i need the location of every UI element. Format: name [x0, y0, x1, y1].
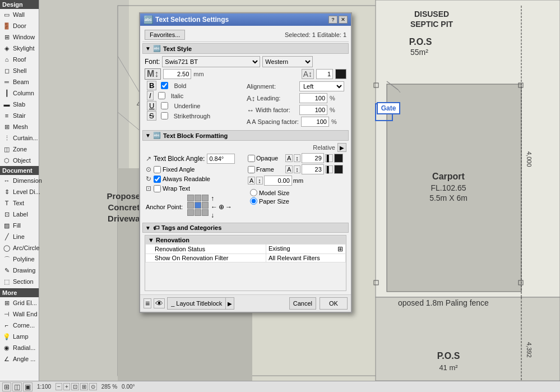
- sidebar-item-radial[interactable]: ◉ Radial...: [0, 342, 39, 353]
- document-section-header[interactable]: Document: [0, 166, 39, 175]
- zoom-select[interactable]: ⊙: [89, 383, 97, 390]
- sidebar-item-fill[interactable]: ▨ Fill: [0, 220, 39, 231]
- underline-btn[interactable]: U: [147, 101, 156, 110]
- opaque-input[interactable]: [302, 153, 324, 163]
- spacing-factor-input[interactable]: [301, 117, 329, 127]
- anchor-tc[interactable]: [195, 195, 201, 201]
- sidebar-item-angle[interactable]: ∠ Angle ...: [0, 353, 39, 365]
- sidebar-item-roof[interactable]: ⌂ Roof: [0, 54, 39, 65]
- footer-icon-2[interactable]: 👁: [154, 298, 165, 308]
- anchor-mr[interactable]: [202, 202, 209, 209]
- sidebar-item-dimension[interactable]: ↔ Dimension: [0, 175, 39, 186]
- text-block-header[interactable]: ▼ 🔤 Text Block Formatting: [142, 130, 349, 141]
- color-picker[interactable]: [335, 69, 346, 79]
- relative-button[interactable]: ▶: [337, 143, 346, 152]
- sidebar-item-curtain[interactable]: ⋮ Curtain...: [0, 132, 39, 144]
- sidebar-item-skylight[interactable]: ◈ Skylight: [0, 43, 39, 54]
- frame-color[interactable]: [334, 165, 343, 174]
- strikethrough-btn[interactable]: S: [147, 111, 156, 121]
- sidebar-item-polyline[interactable]: ⌒ Polyline: [0, 253, 39, 265]
- sidebar-item-mesh[interactable]: ⊞ Mesh: [0, 121, 39, 132]
- opaque-checkbox[interactable]: [248, 155, 255, 162]
- anchor-mc[interactable]: [195, 202, 201, 209]
- always-readable-checkbox[interactable]: [154, 176, 161, 183]
- dialog-help-button[interactable]: ?: [328, 16, 337, 24]
- frame-input[interactable]: [302, 164, 324, 174]
- sidebar-item-gridel[interactable]: ⊞ Grid El...: [0, 297, 39, 308]
- num-input[interactable]: [316, 69, 333, 79]
- always-readable-label[interactable]: Always Readable: [154, 176, 210, 183]
- zoom-extents[interactable]: ⊞: [80, 383, 88, 390]
- wrap-text-checkbox[interactable]: [154, 185, 161, 192]
- wrap-text-label[interactable]: Wrap Text: [154, 185, 190, 192]
- sidebar-item-zone[interactable]: ◫ Zone: [0, 144, 39, 155]
- opaque-color[interactable]: [334, 154, 343, 163]
- paper-size-radio[interactable]: [250, 197, 257, 205]
- anchor-br[interactable]: [202, 209, 209, 216]
- sidebar-item-column[interactable]: ┃ Column: [0, 87, 39, 99]
- anchor-bc[interactable]: [195, 209, 201, 216]
- sidebar-item-object[interactable]: ⬡ Object: [0, 155, 39, 166]
- model-size-radio[interactable]: [250, 189, 257, 196]
- frame-checkbox[interactable]: [248, 166, 255, 173]
- leading-input[interactable]: [299, 93, 327, 103]
- width-factor-input[interactable]: [299, 105, 327, 115]
- sidebar-item-section[interactable]: ⬚ Section: [0, 276, 39, 287]
- sidebar-item-door[interactable]: 🚪 Door: [0, 20, 39, 31]
- cancel-button[interactable]: Cancel: [289, 297, 316, 310]
- fixed-angle-label[interactable]: Fixed Angle: [154, 166, 195, 173]
- more-section-header[interactable]: More: [0, 288, 39, 297]
- sidebar-item-line[interactable]: ╱ Line: [0, 231, 39, 242]
- dialog-close-button[interactable]: ✕: [339, 16, 348, 24]
- sidebar-item-lamp[interactable]: 💡 Lamp: [0, 331, 39, 342]
- paper-size-label[interactable]: Paper Size: [250, 197, 344, 205]
- bold-btn[interactable]: B: [147, 81, 156, 90]
- model-size-label[interactable]: Model Size: [250, 189, 344, 196]
- sidebar-item-beam[interactable]: ═ Beam: [0, 76, 39, 87]
- alignment-select[interactable]: Left Center Right: [299, 81, 344, 91]
- angle-input[interactable]: [207, 154, 235, 164]
- sidebar-item-stair[interactable]: ≡ Stair: [0, 110, 39, 121]
- anchor-bl[interactable]: [187, 209, 194, 216]
- sidebar-item-text[interactable]: T Text: [0, 197, 39, 209]
- fixed-angle-checkbox[interactable]: [154, 166, 161, 173]
- encoding-select[interactable]: Western: [262, 56, 313, 67]
- layout-button[interactable]: _ Layout Titleblock: [167, 297, 225, 310]
- underline-checkbox[interactable]: [161, 102, 168, 109]
- fixed-val-input[interactable]: [264, 176, 292, 186]
- bold-checkbox[interactable]: [161, 82, 168, 89]
- sidebar-item-wall[interactable]: ▭ Wall: [0, 9, 39, 20]
- tags-header[interactable]: ▼ 🏷 Tags and Categories: [142, 223, 349, 233]
- tags-scroll[interactable]: ▼ Renovation Renovation Status Existing …: [145, 235, 346, 291]
- footer-icon-1[interactable]: ≡: [144, 298, 151, 308]
- status-icon-2[interactable]: ◫: [12, 382, 22, 391]
- anchor-ml[interactable]: [187, 202, 194, 209]
- status-icon-3[interactable]: ▣: [23, 382, 33, 391]
- sidebar-item-drawing[interactable]: ✎ Drawing: [0, 265, 39, 276]
- strikethrough-checkbox[interactable]: [161, 112, 168, 119]
- italic-checkbox[interactable]: [158, 92, 165, 99]
- size-input[interactable]: [163, 69, 191, 79]
- sidebar-item-arccircle[interactable]: ◯ Arc/Circle: [0, 242, 39, 253]
- sidebar-item-wallend[interactable]: ⊣ Wall End: [0, 308, 39, 320]
- sidebar-item-window[interactable]: ⊞ Window: [0, 31, 39, 43]
- design-section-header[interactable]: Design: [0, 0, 39, 9]
- sidebar-item-label[interactable]: ⊡ Label: [0, 209, 39, 220]
- anchor-tl[interactable]: [187, 195, 194, 201]
- anchor-tr[interactable]: [202, 195, 209, 201]
- zoom-plus[interactable]: +: [63, 383, 70, 390]
- font-select[interactable]: Swis721 BT: [162, 56, 260, 67]
- zoom-fit[interactable]: ⊡: [71, 383, 79, 390]
- layout-arrow-button[interactable]: ▶: [225, 297, 234, 310]
- sidebar-item-leveldi[interactable]: ⇕ Level Di...: [0, 186, 39, 197]
- dialog-titlebar[interactable]: 🔤 Text Selection Settings ? ✕: [140, 13, 351, 26]
- sidebar-item-corner[interactable]: ⌐ Corne...: [0, 320, 39, 331]
- favorites-button[interactable]: Favorites...: [145, 30, 185, 40]
- zoom-minus[interactable]: −: [55, 383, 62, 390]
- sidebar-item-shell[interactable]: ◻ Shell: [0, 65, 39, 76]
- status-icon-1[interactable]: ⊞: [2, 382, 11, 391]
- text-style-header[interactable]: ▼ 🔤 Text Style: [142, 43, 349, 54]
- sidebar-item-slab[interactable]: ▬ Slab: [0, 99, 39, 110]
- ok-button[interactable]: OK: [320, 297, 348, 310]
- italic-btn[interactable]: I: [147, 91, 154, 100]
